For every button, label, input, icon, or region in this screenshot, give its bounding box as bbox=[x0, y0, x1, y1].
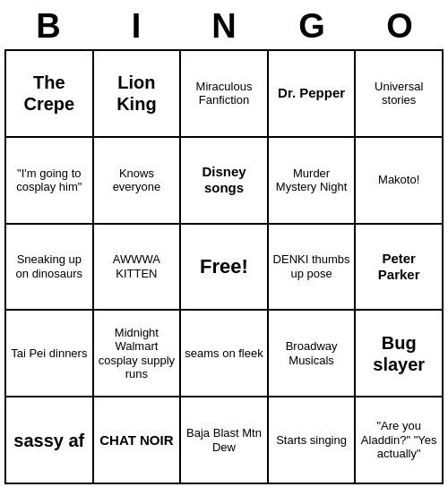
header-letter-o: O bbox=[359, 7, 440, 46]
bingo-cell-0: The Crepe bbox=[6, 51, 94, 138]
bingo-cell-22: Baja Blast Mtn Dew bbox=[181, 397, 269, 484]
bingo-grid: The CrepeLion KingMiraculous FanfictionD… bbox=[4, 49, 444, 484]
bingo-cell-14: Peter Parker bbox=[356, 225, 444, 312]
bingo-cell-11: AWWWA KITTEN bbox=[94, 225, 182, 312]
bingo-cell-7: Disney songs bbox=[181, 138, 269, 225]
bingo-cell-16: Midnight Walmart cosplay supply runs bbox=[94, 311, 182, 397]
bingo-cell-8: Murder Mystery Night bbox=[269, 138, 357, 225]
bingo-cell-18: Broadway Musicals bbox=[269, 311, 357, 397]
bingo-cell-20: sassy af bbox=[6, 397, 94, 484]
bingo-header: BINGO bbox=[4, 0, 444, 49]
bingo-cell-19: Bug slayer bbox=[356, 311, 444, 397]
bingo-cell-4: Universal stories bbox=[356, 51, 444, 138]
bingo-cell-23: Starts singing bbox=[269, 397, 357, 484]
bingo-cell-15: Tai Pei dinners bbox=[6, 311, 94, 397]
header-letter-n: N bbox=[184, 7, 264, 46]
bingo-cell-3: Dr. Pepper bbox=[269, 51, 357, 138]
bingo-cell-1: Lion King bbox=[94, 51, 182, 138]
bingo-cell-10: Sneaking up on dinosaurs bbox=[6, 225, 94, 312]
bingo-cell-24: "Are you Aladdin?" "Yes actually" bbox=[356, 397, 444, 484]
bingo-cell-12: Free! bbox=[181, 225, 269, 312]
header-letter-g: G bbox=[271, 7, 352, 46]
bingo-cell-6: Knows everyone bbox=[94, 138, 182, 225]
header-letter-i: I bbox=[96, 7, 177, 46]
bingo-cell-13: DENKI thumbs up pose bbox=[269, 225, 357, 312]
bingo-cell-2: Miraculous Fanfiction bbox=[181, 51, 269, 138]
bingo-cell-9: Makoto! bbox=[356, 138, 444, 225]
bingo-cell-17: seams on fleek bbox=[181, 311, 269, 397]
bingo-cell-5: "I'm going to cosplay him" bbox=[6, 138, 94, 225]
header-letter-b: B bbox=[8, 7, 89, 46]
bingo-cell-21: CHAT NOIR bbox=[94, 397, 182, 484]
